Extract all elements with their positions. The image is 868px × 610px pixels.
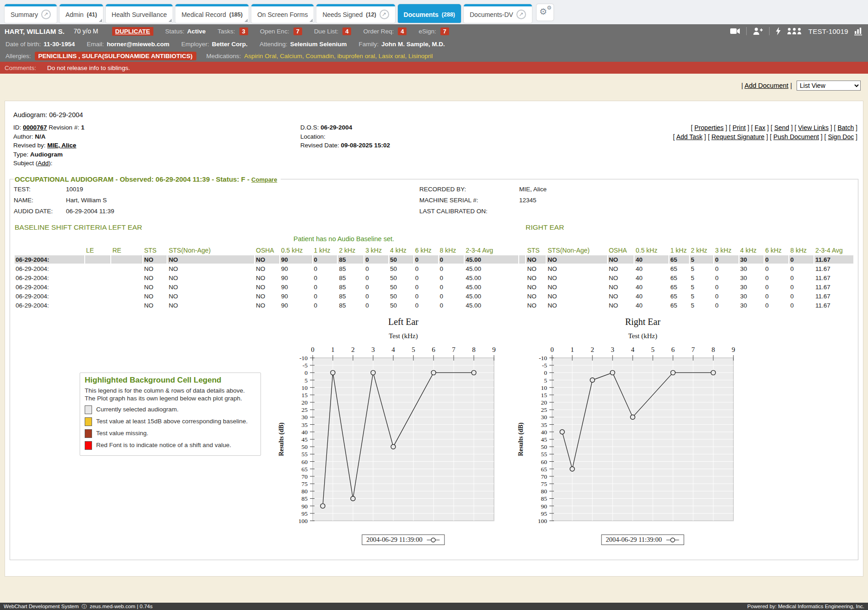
detail-value: Selenium Selenium xyxy=(290,41,347,48)
settings-gear-button[interactable]: ⚙ ⚙ xyxy=(537,4,553,21)
tab-medical-record[interactable]: Medical Record(185) xyxy=(175,4,248,23)
revised-date-value: 09-08-2025 15:02 xyxy=(341,142,390,149)
allergies-badge[interactable]: PENICILLINS , SULFA(SULFONAMIDE ANTIBIOT… xyxy=(35,52,196,60)
svg-text:-5: -5 xyxy=(303,362,308,369)
info-value: MIE, Alice xyxy=(519,186,547,193)
cell: 50 xyxy=(389,292,413,300)
above-baseline-swatch xyxy=(85,417,92,426)
cell: 11.67 xyxy=(814,292,853,300)
separator: | xyxy=(790,82,792,89)
table-row[interactable]: 06-29-2004:NONONO900850500045.00NONONO40… xyxy=(15,255,853,264)
chart-x-axis-label: Test (kHz) xyxy=(389,332,418,340)
svg-text:75: 75 xyxy=(302,480,308,487)
tab-on-screen-forms[interactable]: On Screen Forms xyxy=(251,4,314,23)
add-document-link[interactable]: Add Document xyxy=(744,82,788,89)
svg-text:5: 5 xyxy=(651,346,655,353)
table-row[interactable]: 06-29-2004:NONONO900850500045.00NONONO40… xyxy=(15,283,853,291)
doc-link-sign-doc[interactable]: Sign Doc xyxy=(828,133,854,140)
video-call-icon[interactable] xyxy=(730,27,740,35)
cell: 0 xyxy=(765,301,789,309)
cell: NO xyxy=(526,301,546,309)
doc-link-fax[interactable]: Fax xyxy=(754,124,765,131)
revised-by-link[interactable]: MIE, Alice xyxy=(47,142,76,149)
cell: 30 xyxy=(739,292,764,300)
data-point xyxy=(431,370,436,375)
cell: 30 xyxy=(739,301,764,309)
counter-badge[interactable]: 7 xyxy=(293,27,302,35)
chart-stats-icon[interactable] xyxy=(854,27,863,36)
table-row[interactable]: 06-29-2004:NONONO900850500045.00NONONO40… xyxy=(15,274,853,282)
svg-text:90: 90 xyxy=(541,503,548,510)
cell: 0 xyxy=(313,255,337,264)
tab-admin[interactable]: Admin(41) xyxy=(60,4,103,23)
column-header: 3 kHz xyxy=(364,246,388,254)
column-header: 2 kHz xyxy=(690,246,713,254)
svg-text:5: 5 xyxy=(304,377,308,384)
duplicate-badge[interactable]: DUPLICATE xyxy=(112,27,153,36)
document-id-link[interactable]: 0000767 xyxy=(23,124,47,131)
tab-needs-signed[interactable]: Needs Signed(12)↗ xyxy=(316,4,395,23)
tab-health-surveillance[interactable]: Health Surveillance xyxy=(106,4,173,23)
counter-badge[interactable]: 4 xyxy=(398,27,407,35)
revised-by-label: Revised by: xyxy=(13,142,46,149)
add-person-icon[interactable] xyxy=(753,27,763,35)
counter-label: Order Req: xyxy=(363,28,394,35)
svg-text:95: 95 xyxy=(541,510,548,517)
medications-list[interactable]: Aspirin Oral, Calcium, Coumadin, ibuprof… xyxy=(244,53,433,59)
doc-link-push-document[interactable]: Push Document xyxy=(773,133,819,140)
svg-text:25: 25 xyxy=(302,406,308,413)
cell: NO xyxy=(608,292,634,300)
tab-documents-dv[interactable]: Documents-DV↗ xyxy=(464,4,532,23)
cell: 5 xyxy=(690,301,713,309)
svg-text:75: 75 xyxy=(541,480,548,487)
cell: 45.00 xyxy=(465,255,518,264)
patient-details-row: Date of birth:11-30-1954Email:horner@mie… xyxy=(5,38,863,50)
doc-link-properties[interactable]: Properties xyxy=(694,124,724,131)
subject-label: Subject ( xyxy=(13,160,38,167)
svg-text:0: 0 xyxy=(550,346,554,353)
subject-add-link[interactable]: Add xyxy=(38,160,49,167)
svg-text:8: 8 xyxy=(472,346,476,353)
counter-badge[interactable]: 4 xyxy=(342,27,351,35)
cell: 30 xyxy=(739,255,764,264)
doc-link-add-task[interactable]: Add Task xyxy=(676,133,702,140)
doc-link-view-links[interactable]: View Links xyxy=(798,124,829,131)
doc-link-send[interactable]: Send xyxy=(774,124,789,131)
cell: 5 xyxy=(690,255,713,264)
counter-badge[interactable]: 7 xyxy=(440,27,449,35)
document-title: Audiogram: 06-29-2004 xyxy=(13,111,858,119)
table-row[interactable]: 06-29-2004:NONONO900850500045.00NONONO40… xyxy=(15,292,853,300)
svg-text:15: 15 xyxy=(302,392,308,399)
lightning-icon[interactable] xyxy=(776,27,781,35)
care-team-icon[interactable] xyxy=(787,27,803,35)
cell: 0 xyxy=(414,274,438,282)
doc-link-print[interactable]: Print xyxy=(732,124,746,131)
cell: 0 xyxy=(364,301,388,309)
patient-status-row: HART, WILLIAM S. 70 y/o M DUPLICATE Stat… xyxy=(5,24,863,38)
compare-link[interactable]: Compare xyxy=(251,176,277,183)
doc-link-batch[interactable]: Batch xyxy=(837,124,854,131)
tab-summary[interactable]: Summary↗ xyxy=(5,4,57,23)
tab-count: (41) xyxy=(87,11,97,18)
cell: NO xyxy=(143,301,167,309)
data-point xyxy=(590,378,595,383)
detail-label: Family: xyxy=(358,41,379,48)
cell: 0 xyxy=(313,283,337,291)
info-label: LAST CALIBRATED ON: xyxy=(419,206,519,217)
cell: 65 xyxy=(669,283,689,291)
column-header: 2 kHz xyxy=(338,246,363,254)
table-row[interactable]: 06-29-2004:NONONO900850500045.00NONONO40… xyxy=(15,265,853,273)
table-row[interactable]: 06-29-2004:NONONO900850500045.00NONONO40… xyxy=(15,301,853,309)
cell-legend-title: Highlighted Background Cell Legend xyxy=(85,376,256,385)
cell: NO xyxy=(168,292,254,300)
column-header: STS xyxy=(143,246,167,254)
view-mode-select[interactable]: List View xyxy=(797,81,861,91)
cell: 85 xyxy=(338,255,363,264)
tab-documents[interactable]: Documents(288) xyxy=(398,4,461,23)
doc-link-request-signature[interactable]: Request Signature xyxy=(711,133,765,140)
info-label: MACHINE SERIAL #: xyxy=(419,195,519,206)
cell: 0 xyxy=(714,283,738,291)
info-icon[interactable]: ⓘ xyxy=(81,603,87,610)
counter-badge[interactable]: 3 xyxy=(239,27,248,35)
data-point xyxy=(671,370,675,375)
